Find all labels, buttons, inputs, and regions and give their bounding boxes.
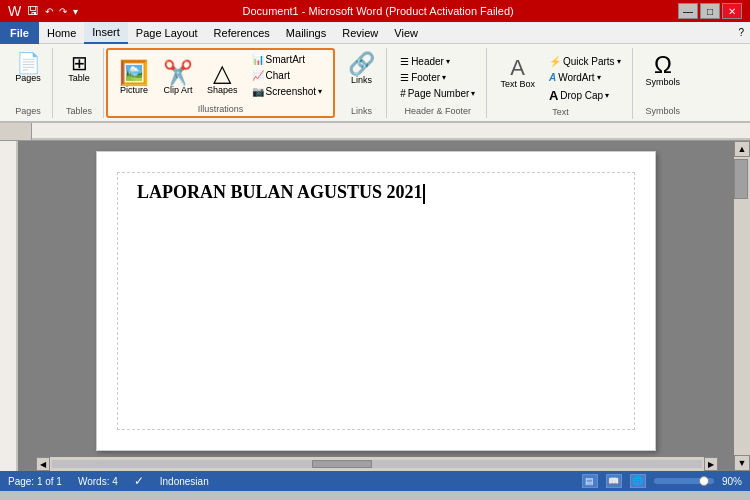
chart-icon: 📈 [252,70,264,81]
ribbon-group-tables: ⊞ Table Tables [55,48,104,118]
ribbon: 📄 Pages Pages ⊞ Table Tables 🖼️ Picture … [0,44,750,123]
word-count: Words: 4 [78,476,118,487]
page-info: Page: 1 of 1 [8,476,62,487]
svg-rect-0 [32,123,750,140]
document-page[interactable]: LAPORAN BULAN AGUSTUS 2021 [96,151,656,451]
header-button[interactable]: ☰ Header ▾ [395,54,480,69]
language-info[interactable]: Indonesian [160,476,209,487]
page-border [117,172,635,430]
ruler-corner [0,123,32,141]
zoom-slider[interactable] [654,478,714,484]
screenshot-button[interactable]: 📷 Screenshot ▾ [247,84,328,99]
tables-group-label: Tables [61,104,97,116]
textbox-icon: A [510,57,525,79]
picture-icon: 🖼️ [119,61,149,85]
symbols-group-label: Symbols [641,104,686,116]
pages-buttons: 📄 Pages [10,50,46,87]
view-menu[interactable]: View [386,22,426,44]
vscroll-track [734,157,750,455]
ribbon-group-headerfooter: ☰ Header ▾ ☰ Footer ▾ # Page Number ▾ He… [389,48,487,118]
symbols-button[interactable]: Ω Symbols [641,50,686,91]
document-container: LAPORAN BULAN AGUSTUS 2021 ◀ ▶ ▲ ▼ [0,141,750,471]
hscroll-track [52,460,702,468]
headerfooter-group-label: Header & Footer [395,104,480,116]
clip-art-icon: ✂️ [163,61,193,85]
ribbon-group-links: 🔗 Links Links [337,48,387,118]
screenshot-dropdown-arrow: ▾ [318,87,322,96]
home-menu[interactable]: Home [39,22,84,44]
document-scroll-area[interactable]: LAPORAN BULAN AGUSTUS 2021 ◀ ▶ [18,141,734,471]
mailings-menu[interactable]: Mailings [278,22,334,44]
text-group-label: Text [495,105,625,117]
svg-rect-2 [0,141,18,471]
window-controls[interactable]: — □ ✕ [678,3,742,19]
smartart-icon: 📊 [252,54,264,65]
ribbon-group-illustrations: 🖼️ Picture ✂️ Clip Art △ Shapes 📊 SmartA… [106,48,335,118]
ribbon-group-text: A Text Box ⚡ Quick Parts ▾ A WordArt ▾ A… [489,48,632,119]
shapes-icon: △ [213,61,231,85]
scroll-left-button[interactable]: ◀ [36,457,50,471]
omega-icon: Ω [654,53,672,77]
footer-icon: ☰ [400,72,409,83]
maximize-button[interactable]: □ [700,3,720,19]
status-right-area: ▤ 📖 🌐 90% [582,474,742,488]
quick-parts-icon: ⚡ [549,56,561,67]
picture-button[interactable]: 🖼️ Picture [114,58,154,99]
wordart-button[interactable]: A WordArt ▾ [544,70,626,85]
dropcap-button[interactable]: A Drop Cap ▾ [544,86,626,105]
page-number-button[interactable]: # Page Number ▾ [395,86,480,101]
title-text: Document1 - Microsoft Word (Product Acti… [78,5,678,17]
scroll-down-button[interactable]: ▼ [734,455,750,471]
ribbon-group-symbols: Ω Symbols Symbols [635,48,692,118]
quick-parts-button[interactable]: ⚡ Quick Parts ▾ [544,54,626,69]
table-button[interactable]: ⊞ Table [61,50,97,87]
links-group-label: Links [343,104,380,116]
links-button[interactable]: 🔗 Links [343,50,380,89]
vscroll-thumb[interactable] [734,159,748,199]
insert-menu[interactable]: Insert [84,22,128,44]
table-icon: ⊞ [71,53,88,73]
ruler-area [0,123,750,141]
references-menu[interactable]: References [206,22,278,44]
vertical-ruler [0,141,18,471]
screenshot-icon: 📷 [252,86,264,97]
pages-group-label: Pages [10,104,46,116]
hscroll-thumb[interactable] [312,460,372,468]
pages-icon: 📄 [16,53,41,73]
minimize-button[interactable]: — [678,3,698,19]
footer-button[interactable]: ☰ Footer ▾ [395,70,480,85]
view-web-icon[interactable]: 🌐 [630,474,646,488]
illustrations-group-label: Illustrations [114,102,327,114]
ribbon-group-pages: 📄 Pages Pages [4,48,53,118]
page-number-icon: # [400,88,406,99]
smartart-button[interactable]: 📊 SmartArt [247,52,328,67]
title-bar: W 🖫 ↶ ↷ ▾ Document1 - Microsoft Word (Pr… [0,0,750,22]
view-reading-icon[interactable]: 📖 [606,474,622,488]
scroll-up-button[interactable]: ▲ [734,141,750,157]
close-button[interactable]: ✕ [722,3,742,19]
pages-button[interactable]: 📄 Pages [10,50,46,87]
review-menu[interactable]: Review [334,22,386,44]
wordart-icon: A [549,72,556,83]
view-normal-icon[interactable]: ▤ [582,474,598,488]
header-icon: ☰ [400,56,409,67]
clip-art-button[interactable]: ✂️ Clip Art [158,58,198,99]
zoom-thumb[interactable] [699,476,709,486]
menu-bar: File Home Insert Page Layout References … [0,22,750,44]
scroll-right-button[interactable]: ▶ [704,457,718,471]
dropcap-icon: A [549,88,558,103]
chart-button[interactable]: 📈 Chart [247,68,328,83]
status-bar: Page: 1 of 1 Words: 4 ✓ Indonesian ▤ 📖 🌐… [0,471,750,491]
textbox-button[interactable]: A Text Box [495,54,540,93]
shapes-button[interactable]: △ Shapes [202,58,243,99]
zoom-level: 90% [722,476,742,487]
horizontal-ruler [32,123,750,141]
links-icon: 🔗 [348,53,375,75]
horizontal-scrollbar[interactable]: ◀ ▶ [36,457,718,471]
spell-check-icon[interactable]: ✓ [134,474,144,488]
help-icon[interactable]: ? [738,27,744,38]
file-menu[interactable]: File [0,22,39,44]
pagelayout-menu[interactable]: Page Layout [128,22,206,44]
vertical-scrollbar[interactable]: ▲ ▼ [734,141,750,471]
